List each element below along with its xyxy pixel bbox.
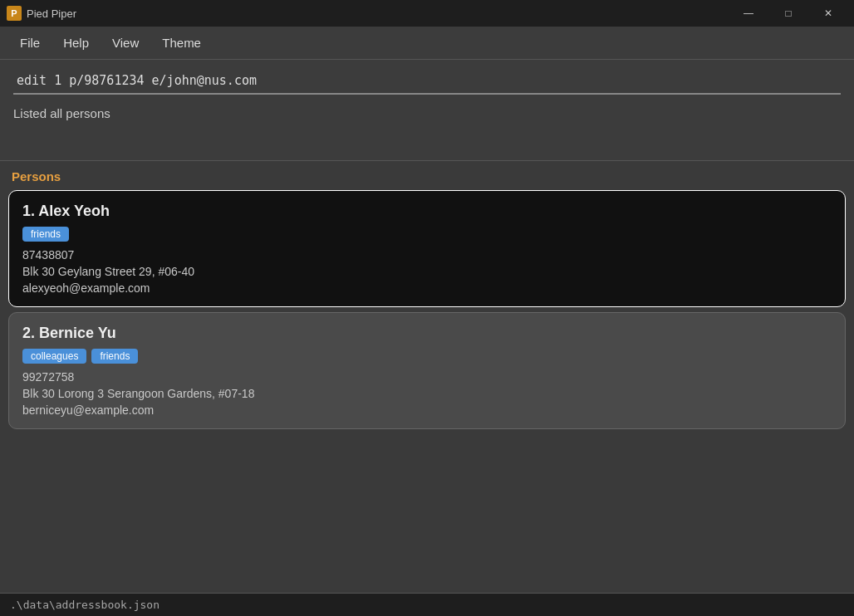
person-email-1: alexyeoh@example.com	[22, 281, 832, 295]
person-name-2: 2. Bernice Yu	[22, 325, 832, 342]
tag-colleagues: colleagues	[22, 349, 86, 364]
tag-friends: friends	[91, 349, 138, 364]
person-tags-2: colleaguesfriends	[22, 349, 832, 364]
title-bar-left: P Pied Piper	[7, 6, 76, 21]
menu-theme[interactable]: Theme	[150, 31, 213, 55]
close-button[interactable]: ✕	[809, 0, 847, 27]
person-address-1: Blk 30 Geylang Street 29, #06-40	[22, 265, 832, 278]
person-tags-1: friends	[22, 227, 832, 242]
app-icon: P	[7, 6, 22, 21]
command-area	[0, 60, 854, 95]
command-input[interactable]	[13, 68, 841, 95]
title-bar: P Pied Piper — □ ✕	[0, 0, 854, 27]
menu-file[interactable]: File	[8, 31, 52, 55]
menu-help[interactable]: Help	[52, 31, 101, 55]
title-text: Pied Piper	[27, 7, 76, 20]
tag-friends: friends	[22, 227, 69, 242]
output-area: Listed all persons	[0, 95, 854, 161]
persons-label: Persons	[8, 169, 846, 183]
person-address-2: Blk 30 Lorong 3 Serangoon Gardens, #07-1…	[22, 387, 832, 400]
minimize-button[interactable]: —	[729, 0, 768, 27]
output-text: Listed all persons	[13, 106, 110, 120]
menu-view[interactable]: View	[101, 31, 150, 55]
persons-area: Persons 1. Alex Yeohfriends87438807Blk 3…	[0, 161, 854, 593]
menu-bar: File Help View Theme	[0, 27, 854, 60]
person-name-1: 1. Alex Yeoh	[22, 203, 832, 220]
person-email-2: berniceyu@example.com	[22, 403, 832, 417]
status-bar: .\data\addressbook.json	[0, 593, 854, 616]
maximize-button[interactable]: □	[769, 0, 807, 27]
person-card-1[interactable]: 1. Alex Yeohfriends87438807Blk 30 Geylan…	[8, 190, 846, 307]
person-phone-2: 99272758	[22, 370, 832, 384]
person-phone-1: 87438807	[22, 248, 832, 262]
status-text: .\data\addressbook.json	[10, 599, 160, 611]
window-controls: — □ ✕	[729, 0, 847, 27]
persons-list[interactable]: 1. Alex Yeohfriends87438807Blk 30 Geylan…	[8, 190, 846, 593]
person-card-2[interactable]: 2. Bernice Yucolleaguesfriends99272758Bl…	[8, 312, 846, 429]
